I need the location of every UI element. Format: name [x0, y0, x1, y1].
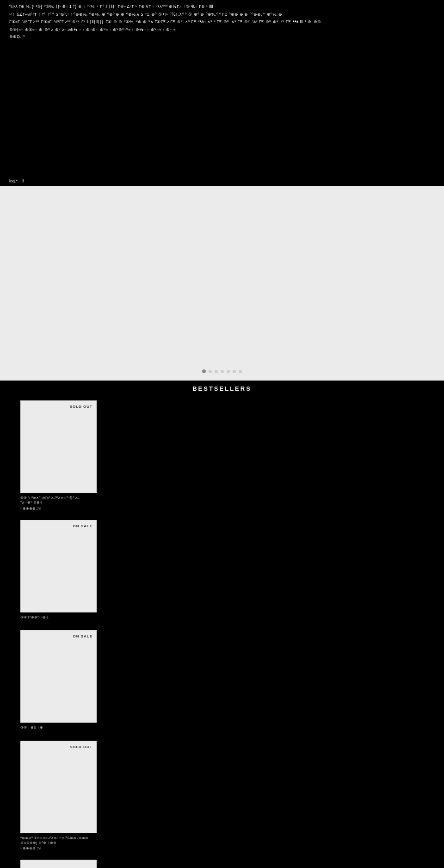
nav-item[interactable]: ⊕⑤⌈≈–	[9, 27, 23, 33]
nav-item[interactable]: ⁰∧ Γ⑥ΓΞ ≥ ΓΞ	[148, 19, 175, 25]
nav-item[interactable]: ⌈{¹ ·Ⅱ ↑ 1 †}	[56, 4, 76, 10]
product-badge: ON SALE	[73, 634, 92, 638]
nav-item[interactable]: ⊕⁰⊕⁰–⁰≈ ↑	[113, 27, 134, 33]
nav-item[interactable]: ⊕⁰	[265, 19, 271, 25]
nav-item[interactable]: ⁰⊕ ⊕	[136, 19, 147, 25]
top-section: ⁰ξ×λ Γ⊕ %, {¹ ¹⑤] ⁰⑤%, ⌈{¹ ·Ⅱ ↑ 1 †} ⊕ ↑…	[0, 0, 444, 176]
nav-row-3: Γ⑧≈Γ–⅛⁰ΓΓ ≥⁰⁰ Γ⑧≈Γ–⅛⁰ΓΓ ≥⁰⁰ ⊕⁰⁰ Γ⁷ Ⅱ ⌈Ⅱ⌋…	[9, 19, 435, 25]
nav-item[interactable]: ≥ΓG⁰.↑ ↑ ⁰⊕⊕%,	[56, 12, 87, 18]
nav-row-1: ⁰ξ×λ Γ⊕ %, {¹ ¹⑤] ⁰⑤%, ⌈{¹ ·Ⅱ ↑ 1 †} ⊕ ↑…	[9, 4, 435, 10]
log-row: log.* Ⅱ	[0, 176, 444, 186]
nav-item[interactable]: ⊕⁰ ⑤ ¹↑¹	[151, 12, 168, 18]
product-image: ON SALE	[20, 520, 97, 612]
nav-item[interactable]: ¹↑↑	[9, 12, 15, 18]
product-info: ⑤⑧ ⁰Γ⁰⊕∧⁰ ·⊕⌈×¹ ≥–⁰⁰∧∝⊕⁰↑⌈⌊⁰ ≥–⁰∧∝⊕⁰↑⌈⌊⊕…	[20, 493, 97, 512]
nav-item[interactable]: ⊕⁰–∧⁰ ΓΞ	[223, 19, 242, 25]
nav-item[interactable]: ⊕⁰%, ⊕	[267, 12, 282, 18]
nav-item[interactable]: ⊕⁰–⅛⁰ ΓΞ	[244, 19, 264, 25]
product-badge: SOLD OUT	[70, 745, 92, 749]
bestsellers-section: BESTSELLERS SOLD OUT ⑤⑧ ⁰Γ⁰⊕∧⁰ ·⊕⌈×¹ ≥–⁰…	[0, 381, 444, 868]
product-image: SOLD OUT	[20, 400, 97, 493]
hero-video	[9, 41, 435, 143]
product-card[interactable]: ON SALE ⑤⑧ Ⅱ⁰⊕⊕⁰⁰ ¹⊕⁰⌊	[20, 520, 424, 622]
product-info: ⑤⑧ ↑ ⊕⌊⌊ ↑⊕	[20, 723, 97, 732]
product-image: SOLD OUT	[20, 741, 97, 833]
carousel-dot-5[interactable]	[227, 370, 230, 373]
nav-item[interactable]: ⁰/∧⁰⁰⁰ ⊕⅓Γ.↑	[156, 4, 182, 10]
nav-item[interactable]: ⁴⅓ ⅡⅠ	[293, 19, 303, 25]
nav-item[interactable]: ⊕ ⊕	[113, 19, 122, 25]
nav-item[interactable]: ⁰⑤%,	[44, 4, 55, 10]
nav-item[interactable]: ⁰⊕%,∧ ≥ ΓΞ	[126, 12, 149, 18]
nav-item[interactable]: ⊕⁰–≈ ↑	[151, 27, 164, 33]
product-card[interactable]: SOLD OUT ⑤⑧ ⁰Γ⁰⊕∧⁰ ·⊕⌈×¹ ≥–⁰⁰∧∝⊕⁰↑⌈⌊⁰ ≥–…	[20, 400, 424, 512]
product-badge: ON SALE	[73, 524, 92, 528]
nav-item[interactable]: Γ⑧–∠ᵛΓ ⁿ	[118, 4, 137, 10]
product-card[interactable]: SOLD OUT ⁰⊕⊕⊕⁰ ⑧≥⊕⊕≥–⁰∧⊕⁰ Γ⊕⁰⅓⊕⊕ {⊕⊕⊕ ⊕∧…	[20, 741, 424, 852]
product-title: ⑤⑧ ↑ ⊕⌊⌊ ↑⊕	[20, 725, 97, 730]
nav-item[interactable]: ↑⑤ ¹Ⅱ.↑	[184, 4, 197, 10]
nav-item[interactable]: ⁰⅓↑,∧⁰ ⁰ ⑤	[170, 12, 192, 18]
nav-item[interactable]: Γ⊕ ⅤΓ ↑	[139, 4, 154, 10]
nav-item[interactable]: ⊕– ≈	[166, 27, 175, 33]
nav-item[interactable]: ⊕ ↑	[78, 4, 85, 10]
nav-item[interactable]: ⁰⁰⊕⊕, ⁰	[250, 12, 265, 18]
nav-item[interactable]: Γ⑧≈Γ–⅛⁰ΓΓ ≥⁰⁰ ⊕⁰⁰	[41, 19, 80, 25]
product-title: ⑤⑧ Ⅱ⁰⊕⊕⁰⁰ ¹⊕⁰⌊	[20, 615, 97, 620]
nav-item[interactable]: ⁰⅓↑,∧⁰ ⁰ ΓΞ	[198, 19, 222, 25]
nav-item[interactable]: Γ⁷ Ⅱ ⌈Ⅱ⌋↑	[100, 4, 116, 10]
product-image	[20, 860, 97, 868]
nav-item[interactable]: ⊕⁰ ≥– ≥⊕⅓ ↑ ↑	[55, 27, 84, 33]
price-value: ⊕⊕Ω.↑⁰	[9, 34, 25, 39]
nav-item[interactable]: ⊕	[102, 12, 105, 18]
nav-item[interactable]: ↑⁰ ⁹	[47, 12, 54, 18]
carousel-dot-2[interactable]	[209, 370, 212, 373]
nav-row-4: ⊕⑤⌈≈– ⊕⑤≈– ⊕ ⊕⁰ ≥ ⊕⁰ ≥– ≥⊕⅓ ↑ ↑ ⊕–⊕– ⊕⁰≈…	[9, 27, 435, 33]
carousel-dot-7[interactable]	[239, 370, 242, 373]
nav-item[interactable]: ⊕⁰–∧⁰ ΓΞ	[177, 19, 196, 25]
carousel-dot-3[interactable]	[215, 370, 218, 373]
nav-item[interactable]: Γ⁷ Ⅱ ⌈Ⅱ⌋ Ⅱ⌈⌊⌊	[81, 19, 104, 25]
product-info: ⑤⑧ Ⅱ⁰⊕⊕⁰⁰ ¹⊕⁰⌊	[20, 612, 97, 622]
nav-item[interactable]: ⊕⑤≈–	[25, 27, 37, 33]
log-value[interactable]: Ⅱ	[22, 179, 24, 183]
product-title: ⑤⑧ ⁰Γ⁰⊕∧⁰ ·⊕⌈×¹ ≥–⁰⁰∧∝⊕⁰↑⌈⌊⁰ ≥–⁰∧∝⊕⁰↑⌈⌊⊕…	[20, 496, 97, 506]
carousel-dot-6[interactable]	[233, 370, 236, 373]
nav-item[interactable]: Γ⑧≈Γ–⅛⁰ΓΓ ≥⁰⁰	[9, 19, 39, 25]
product-price: ¹ ⊕⊕⊕⊕.⅐Ⅰ	[20, 506, 97, 511]
product-badge: SOLD OUT	[70, 405, 92, 409]
product-card[interactable]	[20, 860, 424, 868]
product-info: ⁰⊕⊕⊕⁰ ⑧≥⊕⊕≥–⁰∧⊕⁰ Γ⊕⁰⅓⊕⊕ {⊕⊕⊕ ⊕∧⊕⊕⊕} ⊕⁰⊕ …	[20, 833, 97, 852]
nav-item[interactable]: ⊕	[39, 27, 43, 33]
product-title: ⁰⊕⊕⊕⁰ ⑧≥⊕⊕≥–⁰∧⊕⁰ Γ⊕⁰⅓⊕⊕ {⊕⊕⊕ ⊕∧⊕⊕⊕} ⊕⁰⊕ …	[20, 836, 97, 846]
nav-item[interactable]: ⁰⁰%, ⁿ	[87, 4, 98, 10]
product-price: ¹ ⊕⊕⊕⊕.⅐Ⅰ	[20, 846, 97, 850]
nav-item[interactable]: ⁰⑤%,	[124, 19, 135, 25]
log-label: log.*	[9, 179, 18, 183]
nav-item[interactable]: ⁰⊕%,	[89, 12, 100, 18]
nav-item[interactable]: ⊕⁰ ≥	[44, 27, 53, 33]
carousel-section	[0, 186, 444, 381]
nav-item[interactable]: Γ⊕ ¹ ⅠⅡⅠ	[199, 4, 213, 10]
nav-item[interactable]: Γ⑤	[105, 19, 111, 25]
nav-item[interactable]: ¹ ⊕–⊕⊕	[305, 19, 321, 25]
nav-item[interactable]: ⊕⁰–⁰⁰ ΓΞ	[273, 19, 290, 25]
nav-item[interactable]: ⊕⅓– ↑	[136, 27, 149, 33]
product-card[interactable]: ON SALE ⑤⑧ ↑ ⊕⌊⌊ ↑⊕	[20, 630, 424, 732]
price-display: ⊕⊕Ω.↑⁰	[9, 34, 435, 39]
nav-item[interactable]: ⊕⁰≈ ↑	[100, 27, 111, 33]
nav-item[interactable]: ⊕⁰ ⊕	[194, 12, 204, 18]
bestsellers-title: BESTSELLERS	[20, 385, 424, 392]
product-image: ON SALE	[20, 630, 97, 723]
nav-item[interactable]: ⁰⊕⊕ ⊕ ⊕	[229, 12, 248, 18]
carousel-dot-4[interactable]	[221, 370, 224, 373]
nav-item[interactable]: ≥∠Γ–⅛⁰ΓΓ ↑ ↑⁰	[17, 12, 45, 18]
nav-item[interactable]: ⁰⊕%,⁰ ⁰ ΓΞ	[206, 12, 227, 18]
carousel-dots	[202, 369, 242, 373]
nav-row-2: ¹↑↑ ≥∠Γ–⅛⁰ΓΓ ↑ ↑⁰ ↑⁰ ⁹ ≥ΓG⁰.↑ ↑ ⁰⊕⊕%, ⁰⊕…	[9, 12, 435, 18]
nav-item[interactable]: ⁰ξ×λ Γ⊕ %, {¹ ¹⑤]	[9, 4, 42, 10]
nav-item[interactable]: ⁰⊕⁰ ⊕ ⊕	[107, 12, 124, 18]
nav-item[interactable]: ⊕–⊕–	[86, 27, 98, 33]
carousel-dot-1[interactable]	[202, 369, 206, 373]
